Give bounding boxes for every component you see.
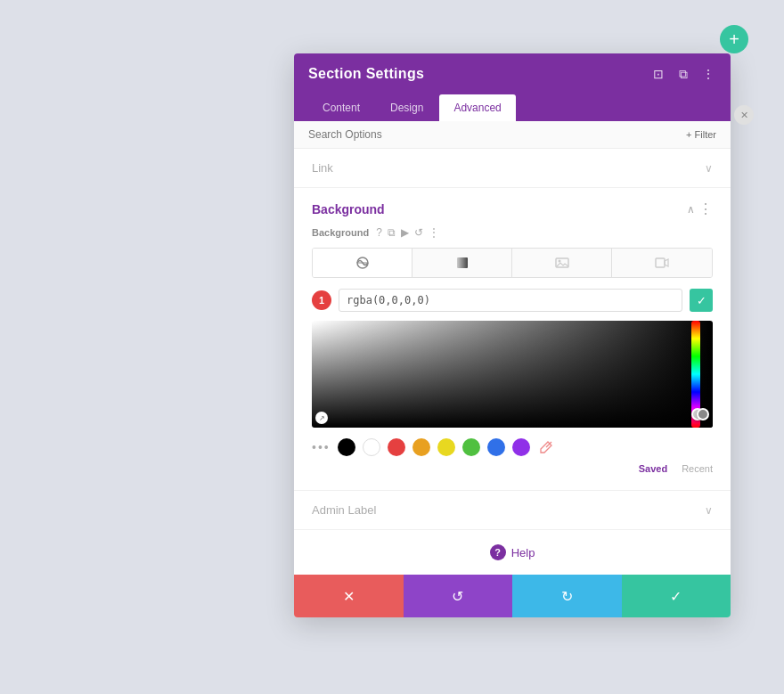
picker-corner-indicator: ↗ <box>315 412 328 424</box>
search-input[interactable] <box>308 128 686 141</box>
background-label-icons: ? ⧉ ▶ ↺ ⋮ <box>376 226 439 239</box>
arrow-right-icon[interactable]: ▶ <box>401 226 409 239</box>
help-row[interactable]: ? Help <box>294 530 731 575</box>
color-badge: 1 <box>312 290 331 310</box>
swatch-red[interactable] <box>388 438 405 456</box>
color-text-input[interactable] <box>339 289 682 312</box>
color-gradient-picker[interactable]: ↗ <box>312 321 713 428</box>
background-collapse-icon[interactable]: ∧ <box>687 203 695 216</box>
background-header: Background ∧ ⋮ <box>312 200 713 217</box>
swatch-black[interactable] <box>338 438 355 456</box>
fullscreen-icon[interactable]: ⊡ <box>650 66 666 82</box>
swatch-purple[interactable] <box>512 438 530 456</box>
background-section: Background ∧ ⋮ Background ? ⧉ ▶ ↺ ⋮ <box>294 188 731 491</box>
admin-label-text: Admin Label <box>312 503 376 517</box>
help-icon: ? <box>490 544 506 560</box>
svg-point-4 <box>558 260 560 263</box>
admin-label-section[interactable]: Admin Label ∨ <box>294 491 731 530</box>
link-label: Link <box>312 161 333 175</box>
background-menu-icon[interactable]: ⋮ <box>698 200 713 217</box>
search-bar: + Filter <box>294 121 731 149</box>
background-header-actions: ∧ ⋮ <box>687 200 713 217</box>
bg-type-video[interactable] <box>612 249 712 277</box>
tab-design[interactable]: Design <box>376 94 437 121</box>
svg-rect-5 <box>656 258 665 267</box>
bg-type-color[interactable] <box>313 249 412 277</box>
header-actions: ⊡ ⧉ ⋮ <box>650 66 716 82</box>
bg-type-gradient[interactable] <box>412 249 512 277</box>
more-swatches-icon[interactable]: ••• <box>312 440 331 454</box>
link-section-row[interactable]: Link ∨ <box>294 149 731 188</box>
tab-content[interactable]: Content <box>308 94 374 121</box>
background-label-row: Background ? ⧉ ▶ ↺ ⋮ <box>312 226 713 239</box>
hue-thumb-2[interactable] <box>697 408 709 420</box>
tab-bar: Content Design Advanced <box>294 94 731 121</box>
confirm-button[interactable]: ✓ <box>622 575 731 617</box>
link-chevron-icon: ∨ <box>705 162 713 175</box>
help-label: Help <box>511 546 535 559</box>
swatch-white[interactable] <box>363 438 380 456</box>
swatch-orange[interactable] <box>412 438 430 456</box>
redo-button[interactable]: ↻ <box>512 575 622 617</box>
plus-icon: + <box>729 29 739 50</box>
saved-tab[interactable]: Saved <box>639 463 667 474</box>
admin-label-chevron: ∨ <box>705 504 713 517</box>
panel-footer: ✕ ↺ ↻ ✓ <box>294 575 731 617</box>
more-options-icon[interactable]: ⋮ <box>700 66 716 82</box>
reset-button[interactable]: ↺ <box>404 575 513 617</box>
svg-rect-2 <box>457 257 468 268</box>
recent-tab[interactable]: Recent <box>682 463 713 474</box>
swatch-green[interactable] <box>462 438 480 456</box>
gradient-dark-overlay <box>312 321 713 428</box>
color-confirm-button[interactable]: ✓ <box>690 289 713 312</box>
swatches-row: ••• <box>312 438 713 456</box>
help-hint-icon[interactable]: ? <box>376 226 382 239</box>
swatch-blue[interactable] <box>487 438 505 456</box>
more-icon[interactable]: ⋮ <box>429 226 439 239</box>
tab-advanced[interactable]: Advanced <box>439 94 515 121</box>
bg-type-image[interactable] <box>512 249 612 277</box>
cancel-button[interactable]: ✕ <box>294 575 404 617</box>
background-title: Background <box>312 202 385 216</box>
section-settings-panel: Section Settings ⊡ ⧉ ⋮ Content Design Ad… <box>294 53 731 617</box>
eyedropper-icon[interactable] <box>537 438 555 456</box>
columns-icon[interactable]: ⧉ <box>675 66 691 82</box>
swatch-yellow[interactable] <box>437 438 455 456</box>
filter-button[interactable]: + Filter <box>686 129 716 140</box>
copy-icon[interactable]: ⧉ <box>388 226 396 239</box>
fab-add-button[interactable]: + <box>720 25 748 53</box>
panel-header: Section Settings ⊡ ⧉ ⋮ <box>294 53 731 94</box>
reset-icon[interactable]: ↺ <box>414 226 423 239</box>
panel-body: Link ∨ Background ∧ ⋮ Background ? <box>294 149 731 575</box>
background-type-tabs <box>312 248 713 278</box>
panel-title: Section Settings <box>308 66 424 82</box>
close-panel-button[interactable]: ✕ <box>734 105 754 125</box>
background-sub-label: Background <box>312 227 369 238</box>
color-input-row: 1 ✓ <box>312 289 713 312</box>
saved-recent-row: Saved Recent <box>312 463 713 474</box>
